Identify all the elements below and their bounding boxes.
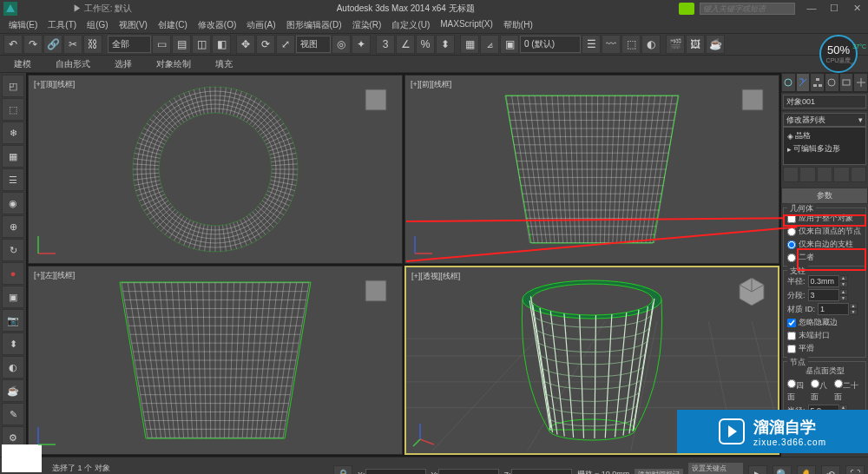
- play-icon[interactable]: ▶: [748, 465, 767, 475]
- modifier-list-combo[interactable]: 修改器列表▾: [783, 113, 866, 127]
- ribbon-tab-freeform[interactable]: 自由形式: [50, 56, 95, 72]
- mod-item-editpoly[interactable]: ▸可编辑多边形: [786, 142, 864, 155]
- z-input[interactable]: [511, 469, 572, 475]
- schematic-icon[interactable]: ⬚: [621, 35, 641, 54]
- radius-input[interactable]: [808, 275, 839, 287]
- matid-up-icon[interactable]: ▲: [849, 303, 858, 309]
- cmd-tab-utilities-icon[interactable]: [853, 73, 868, 92]
- viewcube-left-icon[interactable]: [358, 273, 393, 308]
- cmd-tab-hierarchy-icon[interactable]: [810, 73, 825, 92]
- ribbon-tab-paint[interactable]: 对象绘制: [151, 56, 196, 72]
- selection-set-icon[interactable]: ▦: [2, 145, 24, 168]
- rotate-icon[interactable]: ⟳: [256, 35, 275, 54]
- viewcube-front-icon[interactable]: [735, 82, 770, 117]
- apply-whole-checkbox[interactable]: [787, 214, 796, 223]
- scale-icon[interactable]: ⤢: [276, 35, 295, 54]
- window-crossing-icon[interactable]: ◧: [212, 35, 231, 54]
- icosa-radio[interactable]: [834, 379, 843, 388]
- angle-snap-icon[interactable]: ∠: [396, 35, 415, 54]
- material-icon[interactable]: ◐: [641, 35, 661, 54]
- cmd-tab-create-icon[interactable]: [781, 73, 796, 92]
- menu-customize[interactable]: 自定义(U): [386, 17, 435, 33]
- octa-radio[interactable]: [811, 379, 819, 388]
- signin-button[interactable]: [679, 3, 694, 15]
- unique-icon[interactable]: [817, 167, 832, 182]
- menu-modifiers[interactable]: 修改器(O): [193, 17, 241, 33]
- nav-max-icon[interactable]: ⛶: [845, 465, 865, 475]
- segs-up-icon[interactable]: ▲: [839, 289, 848, 295]
- camera-icon[interactable]: 📷: [2, 309, 24, 332]
- render-frame-icon[interactable]: 🖼: [686, 35, 705, 54]
- link-icon[interactable]: 🔗: [43, 35, 62, 54]
- viewport-top[interactable]: [+][顶][线框] /*placeholder*/: [28, 75, 403, 264]
- menu-tools[interactable]: 工具(T): [43, 17, 82, 33]
- spinner-snap-icon[interactable]: ⬍: [436, 35, 455, 54]
- workspace-selector[interactable]: ▶ 工作区: 默认: [73, 3, 132, 15]
- set-key-button[interactable]: 设置关键点: [688, 463, 743, 474]
- menu-group[interactable]: 组(G): [82, 17, 113, 33]
- show-end-icon[interactable]: [799, 167, 815, 182]
- percent-snap-icon[interactable]: %: [416, 35, 435, 54]
- nav-pan-icon[interactable]: ✋: [797, 465, 816, 475]
- rollout-parameters[interactable]: 参数: [781, 188, 868, 204]
- vp-top-label[interactable]: [+][顶][线框]: [34, 79, 75, 90]
- bind-icon[interactable]: ⛓: [83, 35, 102, 54]
- render-setup-icon[interactable]: 🎬: [666, 35, 685, 54]
- menu-edit[interactable]: 编辑(E): [3, 17, 43, 33]
- ribbon-tab-populate[interactable]: 填充: [210, 56, 238, 72]
- script-icon[interactable]: ✎: [2, 403, 24, 425]
- mirror-icon[interactable]: ⦞: [480, 35, 499, 54]
- render-tool-icon[interactable]: ☕: [2, 379, 24, 402]
- vp-persp-label[interactable]: [+][透视][线框]: [411, 271, 460, 282]
- config-icon[interactable]: [851, 167, 866, 182]
- maximize-button[interactable]: ☐: [826, 3, 842, 15]
- matid-down-icon[interactable]: ▼: [849, 309, 858, 315]
- undo-icon[interactable]: ↶: [3, 35, 23, 54]
- cmd-tab-display-icon[interactable]: [839, 73, 854, 92]
- x-input[interactable]: [365, 469, 426, 475]
- eye-icon[interactable]: ◈: [787, 132, 793, 141]
- pivot-icon[interactable]: ◎: [332, 35, 351, 54]
- loop-icon[interactable]: ↻: [2, 239, 24, 261]
- y-input[interactable]: [438, 469, 499, 475]
- cmd-tab-modify-icon[interactable]: [796, 73, 811, 92]
- pin-stack-icon[interactable]: [783, 167, 799, 182]
- target-icon[interactable]: ⊕: [2, 215, 24, 238]
- layers-icon[interactable]: ☰: [582, 35, 601, 54]
- render-icon[interactable]: ☕: [706, 35, 725, 54]
- cmd-tab-motion-icon[interactable]: [825, 73, 839, 92]
- close-button[interactable]: ✕: [849, 3, 865, 15]
- refcoord-combo[interactable]: 视图: [296, 36, 331, 53]
- radius-down-icon[interactable]: ▼: [839, 281, 848, 287]
- help-search-input[interactable]: [700, 3, 795, 15]
- minimize-button[interactable]: —: [804, 3, 819, 15]
- menu-animation[interactable]: 动画(A): [241, 17, 280, 33]
- selection-filter[interactable]: 全部: [108, 36, 151, 53]
- viewcube-top-icon[interactable]: [358, 82, 393, 117]
- iso-sel-icon[interactable]: ⬚: [2, 98, 24, 121]
- lock-icon[interactable]: 🔒: [333, 465, 352, 475]
- view-icon[interactable]: ▣: [2, 286, 24, 308]
- smooth-checkbox[interactable]: [787, 345, 796, 353]
- menu-view[interactable]: 视图(V): [114, 17, 153, 33]
- tetra-radio[interactable]: [787, 379, 796, 388]
- ribbon-tab-selection[interactable]: 选择: [109, 56, 137, 72]
- radius-up-icon[interactable]: ▲: [839, 275, 848, 281]
- menu-create[interactable]: 创建(C): [153, 17, 193, 33]
- snap-toggle-icon[interactable]: 3: [376, 35, 395, 54]
- select-tool-icon[interactable]: ◰: [2, 75, 24, 97]
- struts-only-radio[interactable]: [787, 240, 796, 249]
- named-sel-icon[interactable]: ▦: [460, 35, 479, 54]
- menu-maxscript[interactable]: MAXScript(X): [435, 17, 498, 33]
- add-time-tag-button[interactable]: 添加时间标记: [635, 469, 683, 474]
- align-icon[interactable]: ▣: [500, 35, 519, 54]
- viewcube-persp-icon[interactable]: [734, 274, 769, 309]
- move-icon[interactable]: ✥: [236, 35, 255, 54]
- matid-input[interactable]: [818, 303, 849, 315]
- remove-mod-icon[interactable]: [833, 167, 849, 182]
- material-tool-icon[interactable]: ◐: [2, 356, 24, 379]
- nav-zoom-icon[interactable]: 🔍: [773, 465, 792, 475]
- viewport-left[interactable]: [+][左][线框]: [28, 266, 403, 455]
- vp-left-label[interactable]: [+][左][线框]: [34, 270, 75, 281]
- nav-orbit-icon[interactable]: ⟲: [821, 465, 840, 475]
